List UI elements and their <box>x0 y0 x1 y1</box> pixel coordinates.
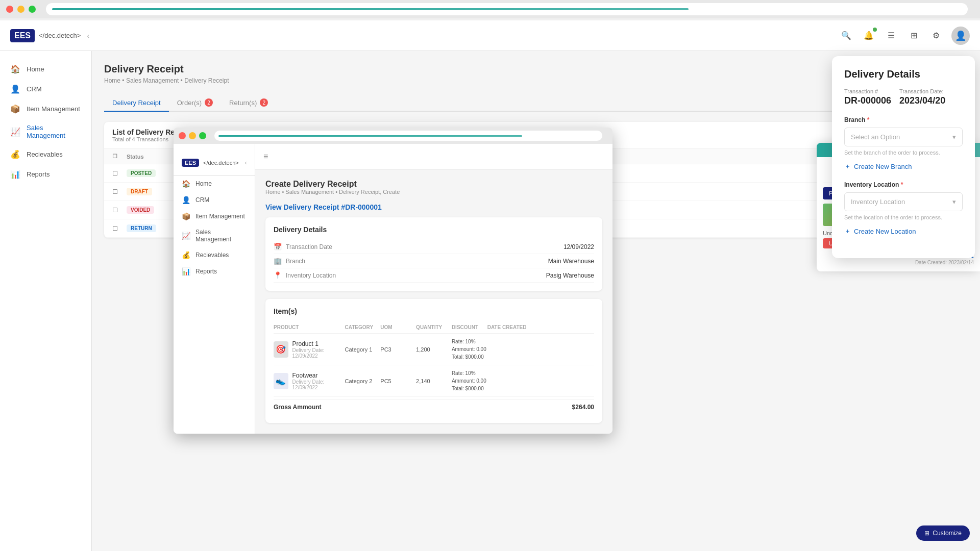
items-table-row[interactable]: 👟 Footwear Delivery Date: 12/09/2022 Cat… <box>274 365 594 397</box>
product-name-1: Product 1 <box>292 340 345 347</box>
create-location-plus-icon: ＋ <box>844 227 851 236</box>
status-badge-draft: DRAFT <box>127 188 152 195</box>
delivery-card-title: Delivery Details <box>274 226 594 234</box>
grid-icon[interactable]: ⊞ <box>906 29 921 43</box>
sidebar-item-sales-management[interactable]: 📈 Sales Management <box>0 119 91 144</box>
create-branch-link[interactable]: ＋ Create New Branch <box>844 162 963 171</box>
overlay-url-bar <box>214 131 602 141</box>
calendar-icon: 📅 <box>274 243 282 251</box>
sidebar-item-crm[interactable]: 👤 CRM <box>0 79 91 99</box>
overlay-logo: EES <box>182 159 199 167</box>
overlay-items-icon: 📦 <box>182 212 190 220</box>
overlay-main: ≡ Create Delivery Receipt Home • Sales M… <box>255 144 612 434</box>
gross-label: Gross Ammount <box>274 404 322 411</box>
customize-button[interactable]: ⊞ Customize <box>916 525 970 541</box>
create-location-link[interactable]: ＋ Create New Location <box>844 227 963 236</box>
sidebar-item-label-reports: Reports <box>27 170 50 178</box>
sidebar-item-label-sales: Sales Management <box>27 124 81 139</box>
product-uom-2: PC5 <box>380 378 416 384</box>
date-created: Date Created: 2023/02/14 <box>823 260 974 265</box>
view-delivery-title: View Delivery Receipt #DR-000001 <box>265 203 602 211</box>
browser-dot-yellow[interactable] <box>17 6 24 13</box>
sidebar-item-item-management[interactable]: 📦 Item Management <box>0 99 91 119</box>
inventory-hint: Set the location of the order to process… <box>844 214 963 220</box>
product-date-1: Delivery Date: 12/09/2022 <box>292 347 345 359</box>
overlay-dot-green[interactable] <box>199 132 206 139</box>
logo-tag: </dec.detech> <box>39 32 81 39</box>
bell-icon[interactable]: 🔔 <box>862 29 876 43</box>
overlay-topnav: EES </dec.detech> ‹ <box>174 150 255 176</box>
delivery-detail-row-branch: 🏢 Branch Main Warehouse <box>274 254 594 268</box>
overlay-app: EES </dec.detech> ‹ 🏠 Home 👤 CRM 📦 Item … <box>174 144 612 434</box>
product-name-2: Footwear <box>292 372 345 379</box>
overlay-sidebar: EES </dec.detech> ‹ 🏠 Home 👤 CRM 📦 Item … <box>174 144 255 434</box>
transaction-label: Transaction # <box>844 88 891 94</box>
inventory-section-label: Inventory Location * <box>844 181 963 188</box>
avatar[interactable]: 👤 <box>951 27 970 45</box>
product-quantity-2: 2,140 <box>416 378 452 384</box>
date-value: 2023/04/20 <box>899 95 945 106</box>
notification-dot <box>873 28 877 32</box>
overlay-home-icon: 🏠 <box>182 180 190 188</box>
inventory-select[interactable]: Inventory Location ▾ <box>844 192 963 211</box>
tab-orders[interactable]: Order(s) 2 <box>169 94 221 111</box>
items-table-row[interactable]: 🎯 Product 1 Delivery Date: 12/09/2022 Ca… <box>274 334 594 365</box>
items-card: Item(s) PRODUCT CATEGORY UOM QUANTITY DI… <box>265 299 602 423</box>
overlay-sidebar-items[interactable]: 📦 Item Management <box>174 208 255 224</box>
product-category-2: Category 2 <box>345 378 381 384</box>
overlay-sidebar-receivables[interactable]: 💰 Recievables <box>174 247 255 263</box>
overlay-logo-tag: </dec.detech> <box>203 160 239 166</box>
sidebar-item-reports[interactable]: 📊 Reports <box>0 164 91 184</box>
product-discount-1: Rate: 10% Ammount: 0.00 Total: $000.00 <box>452 338 487 361</box>
tab-delivery-receipt[interactable]: Delivery Receipt <box>104 94 169 112</box>
logo-text: EES <box>10 29 35 42</box>
list-icon[interactable]: ☰ <box>884 29 898 43</box>
nav-collapse-icon[interactable]: ‹ <box>87 32 89 40</box>
date-label: Transaction Date: <box>899 88 945 94</box>
settings-icon[interactable]: ⚙ <box>929 29 943 43</box>
browser-titlebar <box>0 0 980 18</box>
sidebar-item-home[interactable]: 🏠 Home <box>0 59 91 79</box>
branch-select[interactable]: Select an Option ▾ <box>844 128 963 146</box>
overlay-sidebar-reports[interactable]: 📊 Reports <box>174 263 255 280</box>
home-icon: 🏠 <box>10 64 20 74</box>
customize-icon: ⊞ <box>924 530 929 537</box>
gross-value: $264.00 <box>572 404 594 411</box>
orders-badge: 2 <box>205 98 213 107</box>
inventory-required-star: * <box>901 181 903 188</box>
search-icon[interactable]: 🔍 <box>839 29 853 43</box>
overlay-sidebar-crm[interactable]: 👤 CRM <box>174 192 255 208</box>
sidebar-item-receivables[interactable]: 💰 Recievables <box>0 144 91 164</box>
create-branch-label: Create New Branch <box>854 163 912 170</box>
overlay-reports-icon: 📊 <box>182 267 190 276</box>
status-badge-posted: POSTED <box>127 169 156 177</box>
inventory-placeholder: Inventory Location <box>851 198 905 206</box>
items-title: Item(s) <box>274 307 594 315</box>
overlay-sales-icon: 📈 <box>182 232 190 240</box>
overlay-dot-yellow[interactable] <box>189 132 196 139</box>
sidebar: 🏠 Home 👤 CRM 📦 Item Management 📈 Sales M… <box>0 51 92 551</box>
customize-label: Customize <box>933 530 962 537</box>
overlay-sidebar-sales[interactable]: 📈 Sales Management <box>174 224 255 247</box>
overlay-app-topnav: ≡ <box>255 144 612 169</box>
overlay-url-progress <box>218 135 522 137</box>
overlay-sidebar-home[interactable]: 🏠 Home <box>174 176 255 192</box>
browser-dot-green[interactable] <box>29 6 36 13</box>
product-uom-1: PC3 <box>380 346 416 353</box>
receivables-icon: 💰 <box>10 149 20 159</box>
sidebar-item-label-items: Item Management <box>27 105 80 113</box>
overlay-browser: EES </dec.detech> ‹ 🏠 Home 👤 CRM 📦 Item … <box>174 128 612 434</box>
browser-dot-red[interactable] <box>6 6 13 13</box>
overlay-dot-red[interactable] <box>179 132 186 139</box>
app-topnav: EES </dec.detech> ‹ 🔍 🔔 ☰ ⊞ ⚙ 👤 <box>0 20 980 51</box>
product-thumb-1: 🎯 <box>274 341 288 358</box>
overlay-content: Create Delivery Receipt Home • Sales Man… <box>255 169 612 433</box>
tab-returns[interactable]: Return(s) 2 <box>221 94 276 111</box>
overlay-collapse-icon[interactable]: ‹ <box>245 159 247 166</box>
delivery-card: Delivery Details 📅 Transaction Date 12/0… <box>265 217 602 291</box>
items-table-header: PRODUCT CATEGORY UOM QUANTITY DISCOUNT D… <box>274 321 594 334</box>
inventory-chevron-icon: ▾ <box>952 198 956 206</box>
status-badge-return: RETURN <box>127 224 156 232</box>
panel-transaction-row: Transaction # DR-000006 Transaction Date… <box>844 88 963 114</box>
overlay-receivables-icon: 💰 <box>182 251 190 259</box>
